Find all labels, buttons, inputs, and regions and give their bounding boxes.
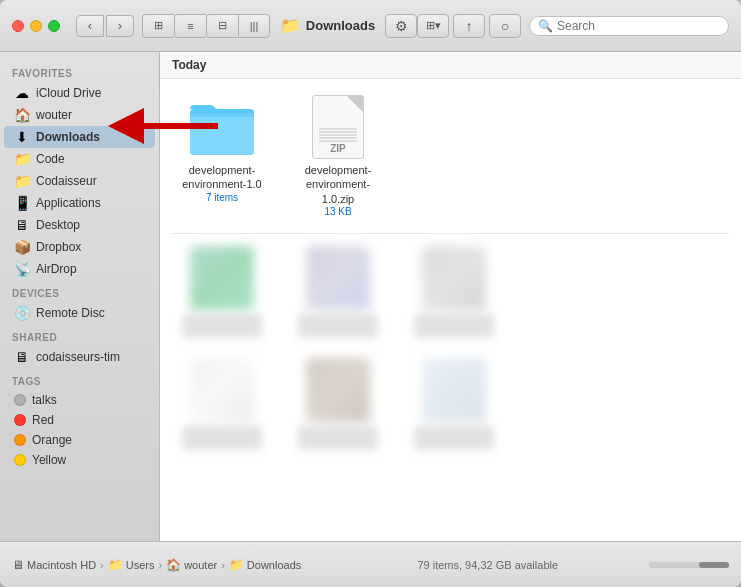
blurred-icon [190,358,254,422]
breadcrumb-macintosh-hd[interactable]: 🖥 Macintosh HD [12,558,96,572]
action-button[interactable]: ⚙ [385,14,417,38]
sidebar-item-tag-red[interactable]: Red [4,410,155,430]
sidebar-item-label: iCloud Drive [36,86,101,100]
sidebar-item-tag-orange[interactable]: Orange [4,430,155,450]
sidebar-section-devices: Devices [0,280,159,302]
zip-label: ZIP [330,143,346,154]
sidebar-item-icloud-drive[interactable]: ☁ iCloud Drive [4,82,155,104]
search-icon: 🔍 [538,19,553,33]
sidebar-item-tag-talks[interactable]: talks [4,390,155,410]
section-header-today: Today [160,52,741,79]
zip-icon-shape: ZIP [312,95,364,159]
sidebar-section-tags: Tags [0,368,159,390]
files-grid-blurred-2 [160,354,741,466]
search-input[interactable] [557,19,720,33]
breadcrumb-downloads[interactable]: 📁 Downloads [229,558,301,572]
sidebar-item-label: wouter [36,108,72,122]
sidebar-item-airdrop[interactable]: 📡 AirDrop [4,258,155,280]
scroll-thumb[interactable] [699,562,729,568]
file-meta: 7 items [206,192,238,203]
sidebar-item-tag-yellow[interactable]: Yellow [4,450,155,470]
zip-file-icon: ZIP [306,95,370,159]
downloads-icon: ⬇ [14,129,30,145]
sidebar-item-downloads[interactable]: ⬇ Downloads [4,126,155,148]
blurred-name [182,426,262,450]
file-item-folder[interactable]: development-environment-1.0 7 items [172,91,272,221]
file-meta: 13 KB [324,206,351,217]
sidebar-item-label: Yellow [32,453,66,467]
shared-computer-icon: 🖥 [14,349,30,365]
sidebar-item-code[interactable]: 📁 Code [4,148,155,170]
blurred-file-item[interactable] [404,242,504,342]
folder-file-icon [190,95,254,159]
blurred-file-item[interactable] [288,242,388,342]
breadcrumb-label: Users [126,559,155,571]
arrange-button[interactable]: ⊞▾ [417,14,449,38]
title-bar: ‹ › ⊞ ≡ ⊟ ||| 📁 Downloads ⚙ ⊞▾ ↑ ○ [0,0,741,52]
tag-color-dot [14,434,26,446]
forward-button[interactable]: › [106,15,134,37]
sidebar-item-applications[interactable]: 📱 Applications [4,192,155,214]
blurred-file-item[interactable] [172,354,272,454]
column-view-button[interactable]: ⊟ [206,14,238,38]
breadcrumb-wouter[interactable]: 🏠 wouter [166,558,217,572]
minimize-button[interactable] [30,20,42,32]
breadcrumb-label: wouter [184,559,217,571]
file-name: development-environment-1.0.zip [292,163,384,206]
breadcrumb: 🖥 Macintosh HD › 📁 Users › 🏠 wouter › 📁 … [12,558,327,572]
breadcrumb-separator: › [158,559,162,571]
breadcrumb-users[interactable]: 📁 Users [108,558,155,572]
sidebar-item-codaisseurs-tim[interactable]: 🖥 codaisseurs-tim [4,346,155,368]
sidebar-item-label: Downloads [36,130,100,144]
blurred-icon [422,358,486,422]
scroll-bar[interactable] [649,562,729,568]
file-item-zip[interactable]: ZIP development-environment-1.0.zip 13 K… [288,91,388,221]
blurred-file-item[interactable] [288,354,388,454]
action-arrange-group: ⚙ ⊞▾ [385,14,449,38]
zip-lines [313,127,363,143]
list-view-button[interactable]: ≡ [174,14,206,38]
desktop-icon: 🖥 [14,217,30,233]
search-box[interactable]: 🔍 [529,16,729,36]
sidebar-item-label: Desktop [36,218,80,232]
blurred-name [298,426,378,450]
zip-corner [347,96,363,112]
blurred-file-item[interactable] [172,242,272,342]
close-button[interactable] [12,20,24,32]
folder-icon: 📁 [14,151,30,167]
maximize-button[interactable] [48,20,60,32]
sidebar-item-dropbox[interactable]: 📦 Dropbox [4,236,155,258]
sidebar-item-label: Remote Disc [36,306,105,320]
sidebar-item-label: Dropbox [36,240,81,254]
status-info: 79 items, 94,32 GB available [331,559,646,571]
sidebar-item-label: codaisseurs-tim [36,350,120,364]
home-icon: 🏠 [14,107,30,123]
file-name: development-environment-1.0 [182,163,262,192]
blurred-icon [190,246,254,310]
airdrop-icon: 📡 [14,261,30,277]
cover-flow-button[interactable]: ||| [238,14,270,38]
share-button[interactable]: ↑ [453,14,485,38]
blurred-name [414,314,494,338]
svg-rect-1 [190,113,254,155]
sidebar-item-wouter[interactable]: 🏠 wouter [4,104,155,126]
status-bar: 🖥 Macintosh HD › 📁 Users › 🏠 wouter › 📁 … [0,541,741,587]
sidebar-item-codaisseur[interactable]: 📁 Codaisseur [4,170,155,192]
blurred-icon [306,358,370,422]
icon-view-button[interactable]: ⊞ [142,14,174,38]
sidebar-item-desktop[interactable]: 🖥 Desktop [4,214,155,236]
blurred-name [298,314,378,338]
content-area: Today [160,52,741,541]
folder-svg [190,99,254,155]
blurred-file-item[interactable] [404,354,504,454]
sidebar-item-label: talks [32,393,57,407]
files-grid-blurred-1 [160,234,741,354]
toolbar-actions: ⚙ ⊞▾ ↑ ○ [385,14,521,38]
nav-buttons: ‹ › [76,15,134,37]
tag-button[interactable]: ○ [489,14,521,38]
files-grid-today: development-environment-1.0 7 items [160,79,741,233]
back-button[interactable]: ‹ [76,15,104,37]
svg-rect-2 [190,113,254,117]
users-folder-icon: 📁 [108,558,123,572]
sidebar-item-remote-disc[interactable]: 💿 Remote Disc [4,302,155,324]
